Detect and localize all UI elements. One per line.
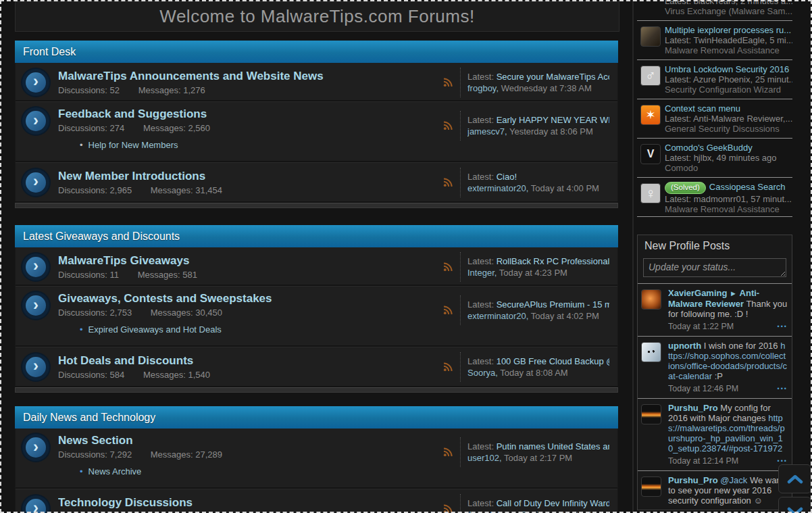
latest-time[interactable]: Wednesday at 7:38 AM xyxy=(501,83,592,93)
latest-time[interactable]: Today at 4:02 PM xyxy=(531,311,599,321)
post-timestamp[interactable]: Today at 12:14 PM xyxy=(668,456,738,466)
thread-latest-line[interactable]: Latest: madmomrr01, 57 minut... xyxy=(665,194,792,204)
subforum-link[interactable]: Expired Giveaways and Hot Deals xyxy=(88,324,222,335)
forum-stats: Discussions: 7,292 Messages: 27,289 xyxy=(58,449,440,460)
messages-label: Messages: xyxy=(138,85,181,95)
geekbuddy-logo-avatar[interactable]: V xyxy=(640,144,661,164)
subforum-link[interactable]: Help for New Members xyxy=(88,140,178,150)
rss-icon[interactable] xyxy=(440,121,455,130)
category-header[interactable]: Front Desk xyxy=(15,41,618,63)
avatar[interactable] xyxy=(641,342,661,362)
forum-title-link[interactable]: Giveaways, Contests and Sweepstakes xyxy=(58,292,440,306)
forum-node-icon[interactable]: › xyxy=(22,253,49,280)
post-menu-ellipsis[interactable]: ••• xyxy=(778,384,788,394)
forum-node-icon[interactable]: › xyxy=(22,353,49,381)
latest-time[interactable]: Yesterday at 1:08 xyxy=(562,510,609,513)
rss-icon[interactable] xyxy=(440,362,455,372)
rss-icon[interactable] xyxy=(440,306,455,315)
forum-title-link[interactable]: Hot Deals and Discounts xyxy=(58,354,440,368)
post-timestamp[interactable]: Today at 1:22 PM xyxy=(668,322,734,332)
category-header[interactable]: Daily News and Technology xyxy=(15,406,618,429)
thread-forum-link[interactable]: Malware Removal Assistance xyxy=(665,204,792,214)
rss-icon[interactable] xyxy=(440,178,455,187)
thread-latest-line[interactable]: Latest: Anti-Malware Reviewer,... xyxy=(665,114,792,124)
latest-thread-link[interactable]: Call of Duty Dev Infinity Ward ... xyxy=(497,498,609,508)
forum-title-link[interactable]: MalwareTips Announcements and Website Ne… xyxy=(58,70,440,83)
latest-thread-link[interactable]: Secure your MalwareTips Acco... xyxy=(497,72,609,82)
scroll-up-button[interactable] xyxy=(778,464,811,493)
username-link[interactable]: XavierGaming xyxy=(668,288,727,298)
thread-latest-line[interactable]: Latest: Azure Phoenix, 25 minut... xyxy=(665,74,792,84)
forum-node-icon[interactable]: › xyxy=(22,69,49,96)
latest-time[interactable]: Today at 2:17 PM xyxy=(504,453,572,463)
thread-latest-line[interactable]: Latest: hjlbx, 49 minutes ago xyxy=(665,153,792,163)
post-timestamp[interactable]: Today at 12:46 PM xyxy=(668,384,738,394)
latest-label: Latest: xyxy=(467,299,494,310)
latest-user-link[interactable]: Integer, xyxy=(467,268,497,278)
latest-user-link[interactable]: exterminator20, xyxy=(467,311,528,321)
thread-forum-link[interactable]: Comodo xyxy=(665,163,792,173)
thread-forum-link[interactable]: Virus Exchange (Malware Sam... xyxy=(665,6,792,16)
forum-title-link[interactable]: Technology Discussions xyxy=(58,496,440,510)
scroll-down-button[interactable] xyxy=(778,497,811,513)
latest-thread-link[interactable]: SecureAPlus Premium - 15 mo... xyxy=(497,299,609,310)
avatar[interactable] xyxy=(641,404,661,424)
forum-node-icon[interactable]: › xyxy=(22,434,49,461)
forum-title-link[interactable]: MalwareTips Giveaways xyxy=(58,254,440,268)
avast-logo-avatar[interactable]: ✶ xyxy=(640,105,661,125)
thread-title-link[interactable]: Multiple iexplorer processes ru... xyxy=(665,25,791,35)
latest-thread-link[interactable]: Ciao! xyxy=(497,172,517,182)
subforum-link[interactable]: News Archive xyxy=(88,466,142,477)
latest-user-link[interactable]: user102, xyxy=(467,453,502,463)
status-update-input[interactable] xyxy=(643,258,786,277)
latest-thread-link[interactable]: RollBack Rx PC Professional Ed... xyxy=(497,256,609,266)
forum-node-icon[interactable]: › xyxy=(22,495,49,513)
avatar[interactable]: ♀ xyxy=(640,183,661,203)
forum-title-link[interactable]: New Member Introductions xyxy=(58,170,440,183)
thread-forum-link[interactable]: Malware Removal Assistance xyxy=(665,45,792,55)
thread-title-link[interactable]: Comodo's GeekBuddy xyxy=(665,143,753,153)
rss-icon[interactable] xyxy=(440,447,455,457)
post-menu-ellipsis[interactable]: ••• xyxy=(778,322,788,332)
forum-node-icon[interactable]: › xyxy=(22,107,49,135)
latest-time[interactable]: Today at 8:08 AM xyxy=(500,368,567,378)
avatar[interactable] xyxy=(640,26,661,47)
thread-latest-line[interactable]: Latest: TwinHeadedEagle, 5 mi... xyxy=(665,35,792,45)
solved-badge[interactable]: (Solved) xyxy=(665,182,706,194)
username-link[interactable]: upnorth xyxy=(668,341,701,351)
category-header[interactable]: Latest Giveaways and Discounts xyxy=(15,225,618,247)
latest-user-link[interactable]: Soorya, xyxy=(467,368,498,378)
username-link[interactable]: Purshu_Pro xyxy=(668,475,718,485)
avatar[interactable] xyxy=(641,289,661,310)
latest-time[interactable]: Today at 4:23 PM xyxy=(499,268,567,278)
discussions-label: Discussions: xyxy=(58,449,107,460)
thread-title-link[interactable]: Cassiopesa Search xyxy=(709,182,786,192)
rss-icon[interactable] xyxy=(440,262,455,272)
latest-thread-link[interactable]: 100 GB Free Cloud Backup @ ... xyxy=(497,356,609,366)
latest-user-link[interactable]: Anti-Malware Reviewer, xyxy=(467,510,560,513)
latest-time[interactable]: Today at 4:00 PM xyxy=(531,183,599,193)
forum-node-icon[interactable]: › xyxy=(22,169,49,196)
latest-user-link[interactable]: exterminator20, xyxy=(467,183,528,193)
forum-row: › Hot Deals and Discounts Discussions: 5… xyxy=(16,347,617,386)
avatar[interactable] xyxy=(641,477,661,497)
thread-forum-link[interactable]: Security Configuration Wizard xyxy=(665,84,792,95)
rss-icon[interactable] xyxy=(440,78,455,87)
thread-forum-link[interactable]: General Security Discussions xyxy=(665,124,792,134)
thread-latest-line[interactable]: Latest: blackTears, 2 minutes a... xyxy=(665,0,792,6)
latest-post-block: Latest: SecureAPlus Premium - 15 mo... e… xyxy=(440,295,611,325)
thread-title-link[interactable]: Umbra Lockdown Security 2016 xyxy=(665,64,789,74)
forum-node-icon[interactable]: › xyxy=(22,292,49,319)
latest-time[interactable]: Yesterday at 8:06 PM xyxy=(509,126,593,137)
thread-title-link[interactable]: Context scan menu xyxy=(665,103,740,114)
mention-link[interactable]: @Jack xyxy=(720,475,747,485)
forum-title-link[interactable]: News Section xyxy=(58,434,440,447)
rss-icon[interactable] xyxy=(440,504,455,513)
forum-title-link[interactable]: Feedback and Suggestions xyxy=(58,107,440,121)
latest-thread-link[interactable]: Putin names United States am... xyxy=(497,441,609,451)
avatar[interactable]: ♂ xyxy=(640,66,661,86)
latest-user-link[interactable]: frogboy, xyxy=(467,83,499,93)
latest-thread-link[interactable]: Early HAPPY NEW YEAR WISH... xyxy=(497,115,609,125)
latest-user-link[interactable]: jamescv7, xyxy=(467,126,507,137)
username-link[interactable]: Purshu_Pro xyxy=(668,403,718,413)
